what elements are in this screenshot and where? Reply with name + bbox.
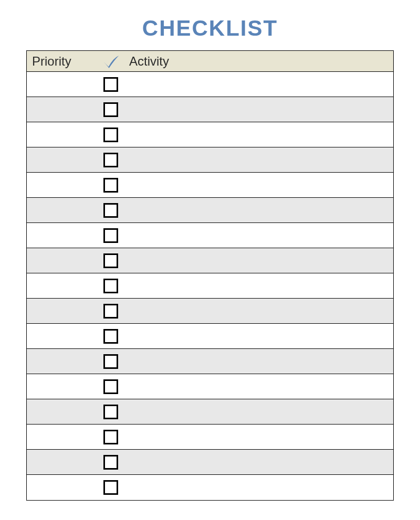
checkbox[interactable] <box>103 354 118 369</box>
checkbox[interactable] <box>103 430 118 444</box>
check-cell <box>98 198 124 222</box>
check-cell <box>98 349 124 374</box>
priority-cell[interactable] <box>27 399 98 424</box>
checkbox[interactable] <box>103 379 118 394</box>
check-cell <box>98 374 124 399</box>
header-activity: Activity <box>124 54 393 69</box>
page-title: CHECKLIST <box>26 16 394 41</box>
activity-cell[interactable] <box>124 173 393 197</box>
check-cell <box>98 324 124 348</box>
check-cell <box>98 475 124 500</box>
priority-cell[interactable] <box>27 450 98 474</box>
check-cell <box>98 72 124 97</box>
priority-cell[interactable] <box>27 223 98 248</box>
header-check <box>98 54 124 69</box>
checkbox[interactable] <box>103 178 118 193</box>
checkmark-icon <box>102 54 120 69</box>
checklist-table: Priority Activity <box>26 50 394 501</box>
priority-cell[interactable] <box>27 273 98 298</box>
checkbox[interactable] <box>103 153 118 167</box>
table-row <box>27 324 393 349</box>
table-row <box>27 198 393 223</box>
activity-cell[interactable] <box>124 349 393 374</box>
checkbox[interactable] <box>103 102 118 117</box>
activity-cell[interactable] <box>124 198 393 222</box>
priority-cell[interactable] <box>27 299 98 323</box>
activity-cell[interactable] <box>124 147 393 172</box>
checkbox[interactable] <box>103 455 118 470</box>
table-row <box>27 450 393 475</box>
check-cell <box>98 425 124 449</box>
priority-cell[interactable] <box>27 324 98 348</box>
table-row <box>27 399 393 425</box>
checkbox[interactable] <box>103 253 118 268</box>
header-priority: Priority <box>27 54 98 69</box>
checkbox[interactable] <box>103 77 118 92</box>
priority-cell[interactable] <box>27 425 98 449</box>
table-header: Priority Activity <box>27 51 393 72</box>
activity-cell[interactable] <box>124 374 393 399</box>
checkbox[interactable] <box>103 480 118 495</box>
table-row <box>27 147 393 173</box>
priority-cell[interactable] <box>27 475 98 500</box>
checkbox[interactable] <box>103 304 118 319</box>
table-row <box>27 425 393 450</box>
priority-cell[interactable] <box>27 374 98 399</box>
activity-cell[interactable] <box>124 223 393 248</box>
table-row <box>27 97 393 122</box>
check-cell <box>98 299 124 323</box>
checkbox[interactable] <box>103 128 118 142</box>
activity-cell[interactable] <box>124 425 393 449</box>
check-cell <box>98 173 124 197</box>
checkbox[interactable] <box>103 329 118 344</box>
table-row <box>27 223 393 248</box>
priority-cell[interactable] <box>27 72 98 97</box>
table-row <box>27 273 393 299</box>
table-row <box>27 248 393 273</box>
activity-cell[interactable] <box>124 450 393 474</box>
priority-cell[interactable] <box>27 173 98 197</box>
activity-cell[interactable] <box>124 299 393 323</box>
table-row <box>27 122 393 147</box>
checkbox[interactable] <box>103 279 118 293</box>
check-cell <box>98 97 124 122</box>
priority-cell[interactable] <box>27 147 98 172</box>
table-row <box>27 374 393 399</box>
check-cell <box>98 399 124 424</box>
priority-cell[interactable] <box>27 122 98 147</box>
check-cell <box>98 248 124 273</box>
activity-cell[interactable] <box>124 475 393 500</box>
check-cell <box>98 147 124 172</box>
table-row <box>27 173 393 198</box>
priority-cell[interactable] <box>27 198 98 222</box>
activity-cell[interactable] <box>124 273 393 298</box>
table-row <box>27 299 393 324</box>
check-cell <box>98 450 124 474</box>
priority-cell[interactable] <box>27 349 98 374</box>
activity-cell[interactable] <box>124 399 393 424</box>
activity-cell[interactable] <box>124 248 393 273</box>
checkbox[interactable] <box>103 405 118 419</box>
table-row <box>27 72 393 97</box>
table-row <box>27 349 393 374</box>
check-cell <box>98 122 124 147</box>
activity-cell[interactable] <box>124 122 393 147</box>
priority-cell[interactable] <box>27 248 98 273</box>
check-cell <box>98 273 124 298</box>
checkbox[interactable] <box>103 203 118 218</box>
priority-cell[interactable] <box>27 97 98 122</box>
check-cell <box>98 223 124 248</box>
activity-cell[interactable] <box>124 324 393 348</box>
table-row <box>27 475 393 500</box>
activity-cell[interactable] <box>124 72 393 97</box>
checkbox[interactable] <box>103 228 118 243</box>
activity-cell[interactable] <box>124 97 393 122</box>
